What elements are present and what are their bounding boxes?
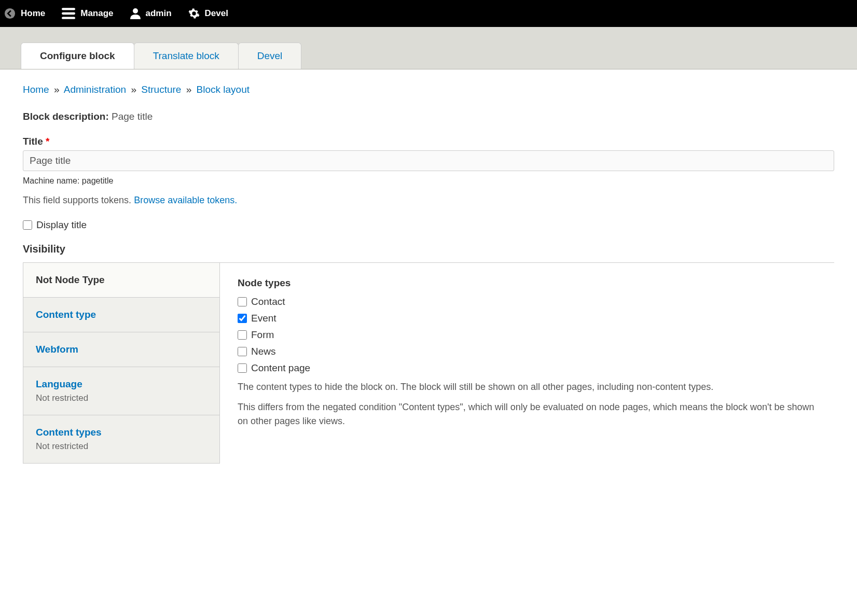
- panel-help-2: This differs from the negated condition …: [238, 400, 817, 428]
- user-icon: [130, 8, 141, 19]
- vis-tab-webform[interactable]: Webform: [23, 332, 219, 367]
- breadcrumb-block-layout[interactable]: Block layout: [197, 84, 250, 95]
- tab-label: Configure block: [40, 50, 115, 61]
- svg-rect-1: [62, 8, 75, 10]
- machine-name: Machine name: pagetitle: [23, 176, 834, 186]
- primary-tabs: Configure block Translate block Devel: [21, 43, 857, 69]
- vis-tab-title: Content type: [36, 309, 207, 320]
- opt-form-checkbox[interactable]: [238, 330, 247, 340]
- block-description-label: Block description:: [23, 111, 109, 122]
- opt-form: Form: [238, 329, 817, 341]
- tab-configure-block[interactable]: Configure block: [21, 43, 134, 69]
- vis-tab-sub: Not restricted: [36, 441, 207, 452]
- opt-event: Event: [238, 313, 817, 324]
- gear-icon: [188, 8, 200, 19]
- block-description: Block description: Page title: [23, 111, 834, 122]
- vis-tab-title: Webform: [36, 344, 207, 355]
- opt-content-page-checkbox[interactable]: [238, 363, 247, 373]
- vis-tab-sub: Not restricted: [36, 393, 207, 403]
- svg-rect-3: [62, 17, 75, 19]
- vis-tab-content-types[interactable]: Content types Not restricted: [23, 415, 219, 464]
- toolbar-devel[interactable]: Devel: [188, 8, 228, 19]
- tab-devel[interactable]: Devel: [238, 43, 302, 69]
- display-title-label: Display title: [36, 219, 87, 231]
- toolbar-user[interactable]: admin: [130, 8, 172, 19]
- main-content: Home » Administration » Structure » Bloc…: [0, 69, 857, 478]
- vis-tab-not-node-type[interactable]: Not Node Type: [23, 263, 219, 298]
- opt-contact-checkbox[interactable]: [238, 297, 247, 306]
- machine-name-value: pagetitle: [82, 176, 114, 185]
- toolbar-manage[interactable]: Manage: [62, 8, 113, 19]
- toolbar-home[interactable]: Home: [4, 8, 45, 19]
- opt-news-checkbox[interactable]: [238, 347, 247, 356]
- breadcrumb-administration[interactable]: Administration: [64, 84, 126, 95]
- node-types-heading: Node types: [238, 277, 817, 289]
- opt-label: Form: [251, 329, 274, 341]
- display-title-row: Display title: [23, 219, 834, 231]
- breadcrumb: Home » Administration » Structure » Bloc…: [23, 84, 834, 95]
- opt-event-checkbox[interactable]: [238, 314, 247, 323]
- machine-name-label: Machine name:: [23, 176, 79, 185]
- tab-label: Devel: [257, 50, 283, 61]
- tab-translate-block[interactable]: Translate block: [134, 43, 239, 69]
- opt-label: News: [251, 346, 276, 357]
- visibility-section: Not Node Type Content type Webform Langu…: [23, 262, 834, 464]
- vis-tab-content-type[interactable]: Content type: [23, 298, 219, 332]
- panel-help-1: The content types to hide the block on. …: [238, 380, 817, 394]
- title-label: Title *: [23, 136, 834, 147]
- back-icon: [4, 8, 16, 19]
- title-help: This field supports tokens. Browse avail…: [23, 195, 834, 206]
- menu-icon: [62, 8, 75, 19]
- visibility-panel: Node types Contact Event Form News Conte…: [220, 263, 834, 464]
- vis-tab-title: Not Node Type: [36, 274, 207, 286]
- breadcrumb-sep: »: [186, 84, 192, 95]
- title-field: Title * Machine name: pagetitle This fie…: [23, 136, 834, 206]
- toolbar-devel-label: Devel: [205, 8, 228, 19]
- required-marker: *: [46, 136, 49, 147]
- admin-toolbar: Home Manage admin Devel: [0, 0, 857, 27]
- display-title-checkbox[interactable]: [23, 220, 32, 230]
- opt-contact: Contact: [238, 296, 817, 307]
- vis-tab-title: Content types: [36, 427, 207, 438]
- toolbar-user-label: admin: [146, 8, 172, 19]
- svg-rect-2: [62, 12, 75, 15]
- svg-point-4: [133, 8, 138, 13]
- opt-label: Event: [251, 313, 277, 324]
- toolbar-home-label: Home: [21, 8, 45, 19]
- vis-tab-language[interactable]: Language Not restricted: [23, 367, 219, 415]
- tab-region: Configure block Translate block Devel: [0, 27, 857, 69]
- toolbar-manage-label: Manage: [80, 8, 113, 19]
- block-description-value: Page title: [112, 111, 153, 122]
- browse-tokens-link[interactable]: Browse available tokens.: [134, 195, 237, 205]
- opt-label: Content page: [251, 362, 310, 374]
- visibility-heading: Visibility: [23, 243, 834, 255]
- opt-label: Contact: [251, 296, 285, 307]
- vis-tab-title: Language: [36, 379, 207, 390]
- title-help-text: This field supports tokens.: [23, 195, 131, 205]
- svg-point-0: [5, 8, 15, 19]
- visibility-tabs: Not Node Type Content type Webform Langu…: [23, 263, 220, 464]
- breadcrumb-sep: »: [54, 84, 60, 95]
- opt-content-page: Content page: [238, 362, 817, 374]
- breadcrumb-home[interactable]: Home: [23, 84, 49, 95]
- breadcrumb-sep: »: [131, 84, 136, 95]
- title-input[interactable]: [23, 150, 834, 171]
- opt-news: News: [238, 346, 817, 357]
- breadcrumb-structure[interactable]: Structure: [141, 84, 181, 95]
- tab-label: Translate block: [153, 50, 219, 61]
- title-label-text: Title: [23, 136, 43, 147]
